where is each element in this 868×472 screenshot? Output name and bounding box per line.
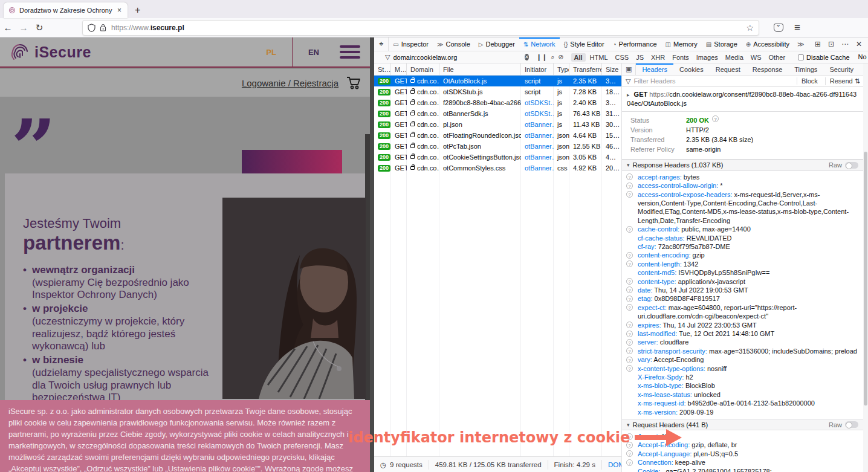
col-file[interactable]: File — [439, 63, 521, 75]
request-row[interactable]: 200 GET cdn.co… otPcTab.json otBanner… j… — [374, 141, 621, 152]
header-row[interactable]: ? access-control-allow-origin: * — [622, 181, 863, 190]
help-icon[interactable]: ? — [626, 286, 633, 293]
type-filter-pill[interactable]: CSS — [612, 53, 632, 62]
type-filter-pill[interactable]: Media — [722, 53, 747, 62]
help-icon[interactable]: ? — [626, 304, 633, 311]
devtools-tab[interactable]: ◫ Memory — [661, 37, 702, 51]
col-transferred[interactable]: Transferred — [569, 63, 602, 75]
header-row[interactable]: ? x-ms-version: 2009-09-19 — [622, 408, 863, 416]
help-icon[interactable]: ? — [626, 331, 633, 337]
headers-filter-input[interactable]: Filter Headers — [633, 77, 793, 85]
details-tab[interactable]: Timings — [788, 63, 823, 75]
type-filter-pill[interactable]: Images — [693, 53, 721, 62]
expander-icon[interactable]: ▸ — [627, 92, 630, 98]
help-icon[interactable]: ? — [626, 173, 633, 180]
header-row[interactable]: ? content-encoding: gzip — [622, 251, 863, 259]
header-row[interactable]: ? X-Firefox-Spdy: h2 — [622, 373, 863, 381]
help-icon[interactable]: ? — [626, 365, 633, 372]
devtools-tab[interactable]: {} Style Editor — [560, 37, 609, 51]
help-icon[interactable]: ? — [626, 191, 633, 198]
forward-icon[interactable]: → — [16, 22, 31, 33]
header-row[interactable]: ? content-type: application/x-javascript — [622, 277, 863, 286]
cart-icon[interactable] — [346, 76, 361, 90]
header-row[interactable]: ? server: cloudflare — [622, 338, 863, 346]
pocket-icon[interactable] — [774, 24, 783, 32]
devtools-tab[interactable]: ◔ Performance — [609, 37, 661, 51]
header-row[interactable]: ? x-ms-blob-type: BlockBlob — [622, 381, 863, 390]
type-filter-pill[interactable]: HTML — [587, 53, 611, 62]
type-filter-pill[interactable]: Other — [766, 53, 789, 62]
throttling-select[interactable]: No Throttling ⇅ — [858, 53, 868, 61]
devtools-tab[interactable]: ▤ Storage — [702, 37, 742, 51]
clear-filter-icon[interactable]: ✕ — [525, 54, 529, 60]
bookmark-star-icon[interactable]: ☆ — [746, 23, 754, 33]
site-hamburger-icon[interactable] — [340, 45, 360, 59]
help-icon[interactable]: ? — [626, 357, 633, 363]
header-row[interactable]: ? last-modified: Tue, 12 Oct 2021 14:48:… — [622, 329, 863, 338]
reload-icon[interactable]: ↻ — [31, 22, 47, 33]
col-initiator[interactable]: Initiator — [521, 63, 554, 75]
details-panel-icon[interactable]: ▣ — [622, 63, 636, 75]
devtools-tab[interactable]: ⇅ Network — [519, 37, 560, 51]
header-row[interactable]: ? accept-ranges: bytes — [622, 173, 863, 181]
devtools-tab[interactable]: ▷ Debugger — [474, 37, 519, 51]
header-row[interactable]: ? access-control-expose-headers: x-ms-re… — [622, 190, 863, 225]
help-icon[interactable]: ? — [626, 260, 633, 267]
type-filter-pill[interactable]: All — [571, 53, 586, 62]
lock-icon[interactable] — [100, 24, 106, 31]
lang-en-button[interactable]: EN — [293, 48, 335, 57]
shield-icon[interactable] — [88, 24, 96, 32]
header-row[interactable]: ? cf-cache-status: REVALIDATED — [622, 234, 863, 242]
help-icon[interactable]: ? — [626, 348, 633, 354]
pick-element-icon[interactable]: ⌖ — [374, 37, 389, 51]
responsive-mode-icon[interactable]: ⊞ — [815, 40, 821, 48]
raw-toggle[interactable] — [845, 421, 858, 428]
header-row[interactable]: ? x-ms-request-id: b4952d0e-a01e-0014-21… — [622, 399, 863, 407]
help-icon[interactable]: ? — [626, 450, 633, 457]
col-status[interactable]: St… — [374, 63, 391, 75]
header-row[interactable]: ? strict-transport-security: max-age=315… — [622, 347, 863, 355]
header-row[interactable]: ? content-length: 1342 — [622, 260, 863, 268]
request-row[interactable]: 200 GET cdn.co… otBannerSdk.js otSDKSt… … — [374, 108, 621, 119]
request-row[interactable]: 200 GET cdn.co… otSDKStub.js script js 7… — [374, 86, 621, 97]
separate-window-icon[interactable]: ⊡ — [828, 40, 834, 48]
type-filter-pill[interactable]: WS — [748, 53, 765, 62]
devtools-tab[interactable]: ≫ Console — [433, 37, 474, 51]
scrollbar-thumb[interactable] — [864, 152, 867, 406]
new-tab-button[interactable]: + — [128, 5, 147, 18]
help-icon[interactable]: ? — [626, 278, 633, 285]
header-row[interactable]: ? x-content-type-options: nosniff — [622, 364, 863, 373]
raw-toggle[interactable] — [845, 162, 858, 169]
block-request-icon[interactable]: ⊘ — [558, 53, 563, 61]
disable-cache-checkbox[interactable] — [798, 54, 804, 60]
header-row[interactable]: ? cache-control: public, max-age=14400 — [622, 225, 863, 233]
back-icon[interactable]: ← — [0, 22, 16, 33]
devtools-menu-icon[interactable]: ⋯ — [841, 40, 849, 48]
details-tab[interactable]: Request — [710, 63, 747, 75]
header-row[interactable]: ? vary: Accept-Encoding — [622, 355, 863, 364]
block-button[interactable]: Block — [797, 77, 822, 85]
header-row[interactable]: ? Accept-Language: pl,en-US;q=0.5 — [622, 450, 863, 458]
request-row[interactable]: 200 GET cdn.co… OtAutoBlock.js script js… — [374, 76, 621, 86]
help-icon[interactable]: ? — [626, 252, 633, 259]
header-row[interactable]: ? etag: 0x8D98D8F4F819517 — [622, 294, 863, 303]
type-filter-pill[interactable]: Fonts — [669, 53, 692, 62]
request-row[interactable]: 200 GET cdn.co… f2890bc8-88eb-4bac-a266-… — [374, 97, 621, 108]
browser-tab[interactable]: Doradztwo w Zakresie Ochrony Dany × — [4, 2, 128, 18]
response-headers-section[interactable]: ▾ Response Headers (1.037 KB) Raw — [622, 160, 863, 171]
header-row[interactable]: ? Cookie: _ga=GA1.2.704861004.1657825178… — [622, 467, 863, 472]
header-row[interactable]: ? expect-ct: max-age=604800, report-uri=… — [622, 303, 863, 321]
pause-traffic-icon[interactable]: ❙❙ — [536, 53, 547, 61]
header-row[interactable]: ? cf-ray: 72ac80f79f5a7b87-DME — [622, 242, 863, 251]
help-icon[interactable]: ? — [626, 296, 633, 302]
app-menu-icon[interactable]: ≡ — [794, 22, 800, 34]
more-tabs-icon[interactable]: ≫ — [794, 40, 808, 48]
devtools-tab[interactable]: ▭ Inspector — [389, 37, 433, 51]
details-tab[interactable]: Response — [747, 63, 789, 75]
url-bar[interactable]: https://www.isecure.pl ☆ — [82, 20, 759, 36]
devtools-splitter[interactable] — [370, 37, 374, 472]
help-icon[interactable]: ? — [626, 322, 633, 328]
header-row[interactable]: ? x-ms-lease-status: unlocked — [622, 390, 863, 399]
header-row[interactable]: ? expires: Thu, 14 Jul 2022 23:00:53 GMT — [622, 321, 863, 329]
help-icon[interactable]: ? — [626, 226, 633, 233]
